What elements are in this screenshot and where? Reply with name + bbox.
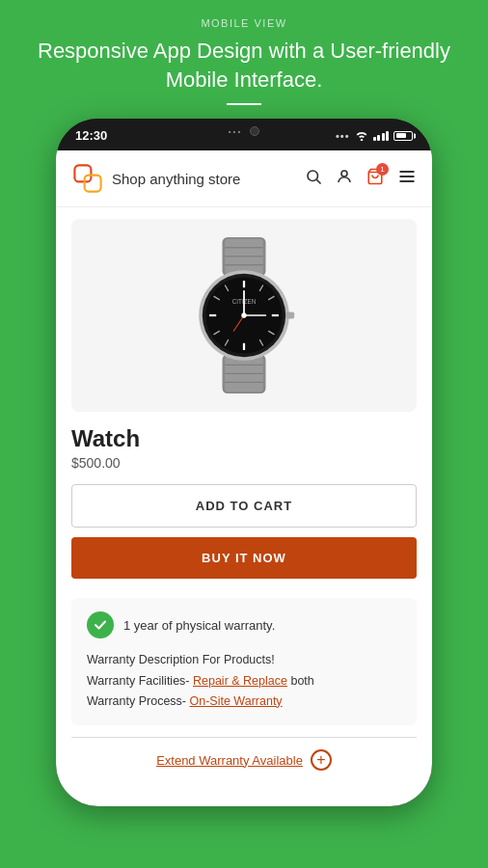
extend-warranty-link[interactable]: Extend Warranty Available: [156, 753, 303, 768]
menu-icon[interactable]: [397, 167, 417, 191]
nav-logo: Shop anything store: [71, 162, 240, 195]
warranty-facilities-label: Warranty Facilities-: [87, 674, 190, 688]
nav-icons: 1: [305, 167, 417, 191]
search-icon[interactable]: [305, 168, 322, 190]
notch-camera: [250, 126, 259, 136]
warranty-check-label: 1 year of physical warranty.: [123, 618, 275, 633]
divider: [227, 103, 261, 105]
plus-circle[interactable]: +: [311, 749, 332, 771]
svg-point-2: [308, 171, 318, 181]
buy-now-button[interactable]: BUY IT NOW: [71, 537, 417, 579]
warranty-process-link[interactable]: On-Site Warranty: [190, 694, 283, 708]
product-image-container: CITIZEN: [71, 219, 417, 412]
notch: •••: [181, 119, 307, 144]
signal-bars: [373, 131, 390, 141]
phone-frame: 12:30 ••• •••: [56, 119, 432, 806]
product-price: $500.00: [71, 455, 417, 471]
svg-rect-22: [285, 312, 294, 319]
warranty-check-row: 1 year of physical warranty.: [87, 611, 401, 638]
product-name: Watch: [71, 425, 417, 452]
svg-rect-0: [74, 166, 91, 182]
warranty-facilities-rest: both: [290, 674, 313, 688]
warranty-section: 1 year of physical warranty. Warranty De…: [71, 598, 417, 725]
mobile-view-label: MOBILE VIEW: [201, 17, 286, 29]
warranty-divider: [71, 737, 417, 738]
time: 12:30: [75, 128, 107, 143]
status-right: •••: [336, 130, 413, 142]
button-group: ADD TO CART BUY IT NOW: [56, 471, 432, 588]
warranty-facilities: Warranty Facilities- Repair & Replace bo…: [87, 671, 401, 692]
watch-image: CITIZEN: [157, 229, 331, 402]
add-to-cart-button[interactable]: ADD TO CART: [71, 484, 417, 528]
app-content: Shop anything store: [56, 150, 432, 806]
user-icon[interactable]: [336, 168, 353, 190]
status-bar: 12:30 ••• •••: [56, 119, 432, 150]
warranty-description: Warranty Description For Products! Warra…: [87, 650, 401, 712]
nav-bar: Shop anything store: [56, 150, 432, 207]
svg-rect-1: [85, 176, 101, 192]
warranty-facilities-link[interactable]: Repair & Replace: [193, 674, 287, 688]
cart-badge: 1: [376, 163, 389, 176]
logo-icon: [71, 162, 104, 195]
battery-fill: [396, 133, 407, 138]
svg-line-3: [316, 179, 320, 183]
wifi-icon: [355, 131, 368, 141]
check-circle: [87, 611, 114, 638]
status-dots: •••: [336, 130, 350, 142]
headline: Responsive App Design with a User-friend…: [0, 37, 488, 94]
product-info: Watch $500.00: [56, 412, 432, 471]
svg-point-4: [341, 171, 347, 176]
warranty-process-label: Warranty Process-: [87, 694, 186, 708]
battery-icon: [393, 131, 413, 141]
warranty-desc-title: Warranty Description For Products!: [87, 650, 401, 670]
extend-warranty-row: Extend Warranty Available +: [56, 749, 432, 780]
cart-icon[interactable]: 1: [366, 168, 384, 190]
store-name: Shop anything store: [112, 171, 240, 187]
notch-dots: •••: [229, 127, 242, 136]
svg-point-39: [241, 313, 246, 318]
warranty-process: Warranty Process- On-Site Warranty: [87, 692, 401, 712]
